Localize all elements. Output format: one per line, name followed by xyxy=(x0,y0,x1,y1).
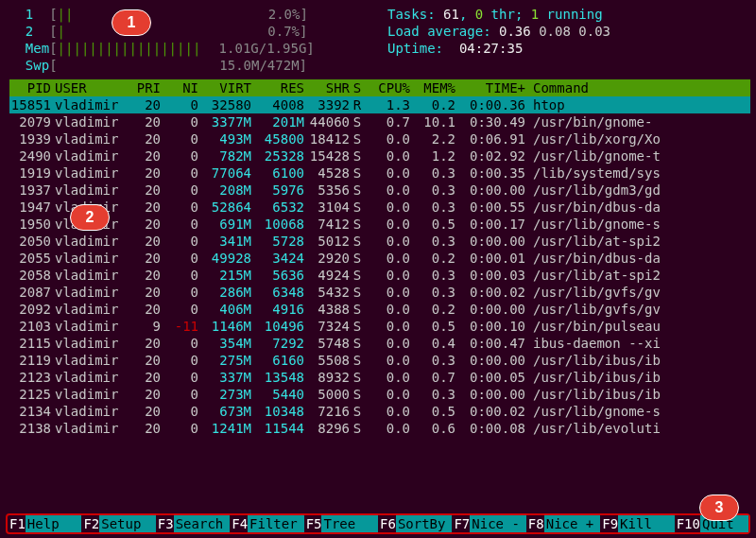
col-pid: PID xyxy=(9,79,55,96)
function-bar[interactable]: F1HelpF2SetupF3SearchF4FilterF5TreeF6Sor… xyxy=(6,513,750,534)
callout-3: 3 xyxy=(699,495,739,521)
col-cpu: CPU% xyxy=(365,79,410,96)
fkey-f2[interactable]: F2Setup xyxy=(81,515,155,532)
process-row[interactable]: 2103vladimir9-111146M104967324S0.00.50:0… xyxy=(9,318,750,335)
process-row[interactable]: 2119vladimir200275M61605508S0.00.30:00.0… xyxy=(9,352,750,369)
col-user: USER xyxy=(55,79,130,96)
col-pri: PRI xyxy=(130,79,161,96)
process-row[interactable]: 15851vladimir2003258040083392R1.30.20:00… xyxy=(9,96,750,113)
fkey-f6[interactable]: F6SortBy xyxy=(378,515,452,532)
process-row[interactable]: 2087vladimir200286M63485432S0.00.30:00.0… xyxy=(9,284,750,301)
fkey-f1[interactable]: F1Help xyxy=(8,515,81,532)
col-shr: SHR xyxy=(304,79,350,96)
stats: Tasks: 61, 0 thr; 1 running Load average… xyxy=(387,6,610,74)
column-header[interactable]: PID USER PRI NI VIRT RES SHR S CPU% MEM%… xyxy=(9,79,750,96)
process-row[interactable]: 1950vladimir200691M100687412S0.00.50:00.… xyxy=(9,216,750,233)
process-row[interactable]: 2079vladimir2003377M201M44060S0.710.10:3… xyxy=(9,113,750,130)
process-row[interactable]: 2123vladimir200337M135488932S0.00.70:00.… xyxy=(9,369,750,386)
col-time: TIME+ xyxy=(455,79,531,96)
col-s: S xyxy=(350,79,365,96)
fkey-f7[interactable]: F7Nice - xyxy=(452,515,525,532)
process-row[interactable]: 2055vladimir2004992834242920S0.00.20:00.… xyxy=(9,250,750,267)
fkey-f8[interactable]: F8Nice + xyxy=(526,515,600,532)
process-row[interactable]: 2058vladimir200215M56364924S0.00.30:00.0… xyxy=(9,267,750,284)
process-list[interactable]: 15851vladimir2003258040083392R1.30.20:00… xyxy=(9,96,750,437)
process-row[interactable]: 1937vladimir200208M59765356S0.00.30:00.0… xyxy=(9,182,750,199)
process-row[interactable]: 2092vladimir200406M49164388S0.00.20:00.0… xyxy=(9,301,750,318)
col-virt: VIRT xyxy=(198,79,251,96)
callout-2: 2 xyxy=(70,204,110,231)
fkey-f5[interactable]: F5Tree xyxy=(304,515,378,532)
process-row[interactable]: 2115vladimir200354M72925748S0.00.40:00.4… xyxy=(9,335,750,352)
process-row[interactable]: 2125vladimir200273M54405000S0.00.30:00.0… xyxy=(9,386,750,403)
callout-1: 1 xyxy=(112,9,151,36)
col-res: RES xyxy=(251,79,304,96)
fkey-f4[interactable]: F4Filter xyxy=(230,515,303,532)
meters: 1 [||2.0%] 2 [|0.7%] Mem[|||||||||||||||… xyxy=(9,6,359,74)
fkey-f9[interactable]: F9Kill xyxy=(600,515,674,532)
process-row[interactable]: 1947vladimir2005286465323104S0.00.30:00.… xyxy=(9,199,750,216)
process-row[interactable]: 2050vladimir200341M57285012S0.00.30:00.0… xyxy=(9,233,750,250)
process-row[interactable]: 2138vladimir2001241M115448296S0.00.60:00… xyxy=(9,420,750,437)
process-row[interactable]: 1919vladimir2007706461004528S0.00.30:00.… xyxy=(9,165,750,182)
process-row[interactable]: 1939vladimir200493M4580018412S0.02.20:06… xyxy=(9,130,750,148)
process-row[interactable]: 2134vladimir200673M103487216S0.00.50:00.… xyxy=(9,403,750,420)
col-mem: MEM% xyxy=(410,79,455,96)
fkey-f3[interactable]: F3Search xyxy=(156,515,230,532)
col-cmd: Command xyxy=(531,79,750,96)
terminal-window: 1 [||2.0%] 2 [|0.7%] Mem[|||||||||||||||… xyxy=(0,0,756,437)
process-row[interactable]: 2490vladimir200782M2532815428S0.01.20:02… xyxy=(9,148,750,165)
col-ni: NI xyxy=(161,79,198,96)
